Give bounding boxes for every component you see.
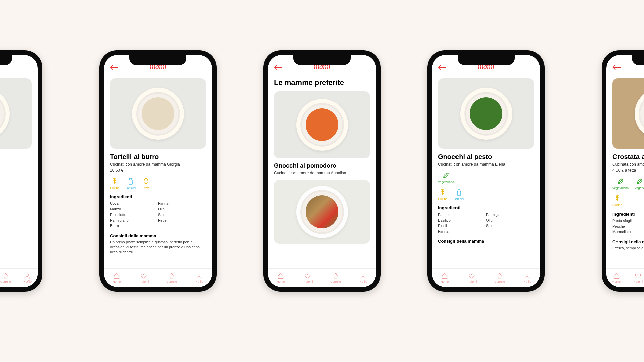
tab-preferiti[interactable]: Preferiti bbox=[139, 273, 149, 283]
tab-label: Carrello bbox=[330, 280, 341, 283]
svg-point-0 bbox=[26, 274, 29, 276]
tag-glutine: Glutine bbox=[438, 188, 448, 201]
cook-link[interactable]: mamma Annalisa bbox=[315, 171, 346, 175]
tab-label: Home bbox=[277, 280, 285, 283]
screen: mami Crostata alle pe Cucinata con amore… bbox=[606, 55, 644, 287]
tab-home[interactable]: Home bbox=[441, 273, 449, 283]
card-title: Gnocchi al pomodoro bbox=[274, 162, 370, 169]
dish-image[interactable] bbox=[274, 180, 370, 244]
content: Gnocchi al pesto Cucinati con amore da m… bbox=[432, 72, 540, 268]
tag-row: Glutine Latticini Uova bbox=[110, 177, 206, 190]
dish-subtitle: Cucinati con amore da mamma Giorgia bbox=[110, 162, 206, 167]
cook-link[interactable]: mamma Elena bbox=[479, 162, 505, 167]
milk-icon bbox=[127, 177, 135, 185]
tag-vegetariano: Vegetariano bbox=[612, 177, 629, 190]
tag-label: Glutine bbox=[612, 203, 622, 207]
tab-carrello[interactable]: Carrello bbox=[494, 273, 505, 283]
tips-heading: Consigli della mamma bbox=[438, 239, 534, 244]
screen: mami Gnocchi al pesto Cucinati con amore… bbox=[432, 55, 540, 287]
tab-label: Preferiti bbox=[467, 280, 477, 283]
svg-point-1 bbox=[198, 274, 200, 276]
tab-label: Preferiti bbox=[633, 280, 643, 283]
tab-carrello[interactable]: Carrello bbox=[0, 273, 11, 283]
dish-image[interactable] bbox=[274, 91, 370, 158]
dish-price: 4,50 € a fetta bbox=[612, 168, 644, 173]
tag-latticini: Latticini bbox=[126, 177, 136, 190]
ingredients-list: UovaManzoProsciuttoParmigianoBurro Farin… bbox=[110, 201, 206, 229]
tag-vegano: Vegano bbox=[635, 177, 644, 190]
tips-body: Un primo piatto semplice e gustoso, perf… bbox=[110, 240, 206, 255]
ingredients-list: Pasta sfogliaPescheMarmellata LiOlioZu bbox=[612, 218, 644, 235]
tab-profilo[interactable]: Profilo bbox=[195, 273, 203, 283]
dish-title: ata bbox=[0, 153, 32, 161]
tab-bar: HomePreferitiCarrelloProfilo bbox=[104, 268, 212, 287]
tab-preferiti[interactable]: Preferiti bbox=[303, 273, 313, 283]
tab-home[interactable]: Home bbox=[277, 273, 285, 283]
dish-image bbox=[612, 78, 644, 149]
tab-home[interactable]: Home bbox=[113, 273, 121, 283]
leaf-icon bbox=[616, 177, 625, 185]
tips-heading: Consigli della mamma bbox=[110, 233, 206, 238]
section-title: Le mamme preferite bbox=[274, 78, 370, 87]
ingredient-item: Parmigiano bbox=[110, 218, 158, 223]
back-icon[interactable] bbox=[110, 64, 119, 72]
tab-profilo[interactable]: Profilo bbox=[359, 273, 367, 283]
dish-subtitle: Cucinata con amore bbox=[612, 162, 644, 167]
milk-icon bbox=[455, 188, 463, 196]
ingredient-item: Sale bbox=[486, 223, 534, 229]
tab-home[interactable]: Home bbox=[612, 273, 621, 283]
card-subtitle: Cucinati con amore da mamma Annalisa bbox=[274, 171, 370, 175]
tag-glutine: Glutine bbox=[612, 194, 622, 207]
tag-glutine: Glutine bbox=[110, 177, 120, 190]
ingredients-heading: Ingredienti bbox=[110, 194, 206, 199]
tag-row: Glutine Latticini bbox=[438, 188, 534, 201]
back-icon[interactable] bbox=[438, 64, 447, 72]
dish-title: Crostata alle pe bbox=[612, 153, 644, 161]
back-icon[interactable] bbox=[612, 64, 621, 72]
ingredient-item: Pasta sfoglia bbox=[612, 218, 644, 224]
tag-row: Vegetariano Vegano bbox=[612, 177, 644, 190]
tab-preferiti[interactable]: Preferiti bbox=[633, 273, 643, 283]
ingredient-item: Burro bbox=[110, 223, 158, 229]
tab-label: Profilo bbox=[23, 280, 32, 283]
ingredient-item: Marmellata bbox=[612, 229, 644, 235]
phone-mockup: mami Gnocchi al pesto Cucinati con amore… bbox=[427, 50, 545, 292]
tag-label: Vegetariano bbox=[612, 186, 629, 190]
tag-label: Vegetariano bbox=[438, 180, 454, 184]
tab-carrello[interactable]: Carrello bbox=[330, 273, 341, 283]
dish-title: Tortelli al burro bbox=[110, 153, 206, 161]
tab-bar: HomePreferitiCarrelloProfilo bbox=[268, 268, 376, 287]
tag-label: Glutine bbox=[438, 197, 448, 201]
tab-label: Carrello bbox=[0, 280, 11, 283]
ingredient-item: Farina bbox=[438, 229, 486, 234]
ingredient-item: Pesche bbox=[612, 224, 644, 229]
tab-label: Home bbox=[113, 280, 121, 283]
dish-image bbox=[110, 78, 206, 149]
tab-preferiti[interactable]: Preferiti bbox=[467, 273, 477, 283]
phone-mockup: mami Crostata alle pe Cucinata con amore… bbox=[602, 50, 644, 292]
egg-icon bbox=[142, 177, 150, 185]
ingredients-heading: Ingredienti bbox=[612, 212, 644, 217]
screen: mami Le mamme preferite Gnocchi al pomod… bbox=[268, 55, 376, 287]
ingredient-item: Pepe bbox=[158, 218, 206, 223]
tab-carrello[interactable]: Carrello bbox=[166, 273, 177, 283]
tab-label: Carrello bbox=[494, 280, 505, 283]
ingredient-item: Olio bbox=[158, 206, 206, 212]
ingredient-item: Sale bbox=[158, 212, 206, 218]
tag-vegetariano: Vegetariano bbox=[438, 171, 454, 184]
tab-profilo[interactable]: Profilo bbox=[523, 273, 531, 283]
tab-label: Preferiti bbox=[303, 280, 313, 283]
notch bbox=[293, 55, 351, 65]
tab-label: Carrello bbox=[166, 280, 177, 283]
ingredient-item: Olio bbox=[486, 218, 534, 223]
tips-body: Fresca, semplice e gust bbox=[612, 246, 644, 251]
wheat-icon bbox=[439, 188, 447, 196]
leaf-icon bbox=[636, 177, 644, 185]
ingredient-item: Uova bbox=[110, 201, 158, 206]
tag-uova: Uova bbox=[142, 177, 150, 190]
ingredient-item: Patate bbox=[438, 212, 486, 218]
tab-bar: CarrelloProfilo bbox=[0, 268, 38, 287]
cook-link[interactable]: mamma Giorgia bbox=[151, 162, 180, 167]
back-icon[interactable] bbox=[274, 64, 283, 72]
tab-profilo[interactable]: Profilo bbox=[23, 273, 32, 283]
